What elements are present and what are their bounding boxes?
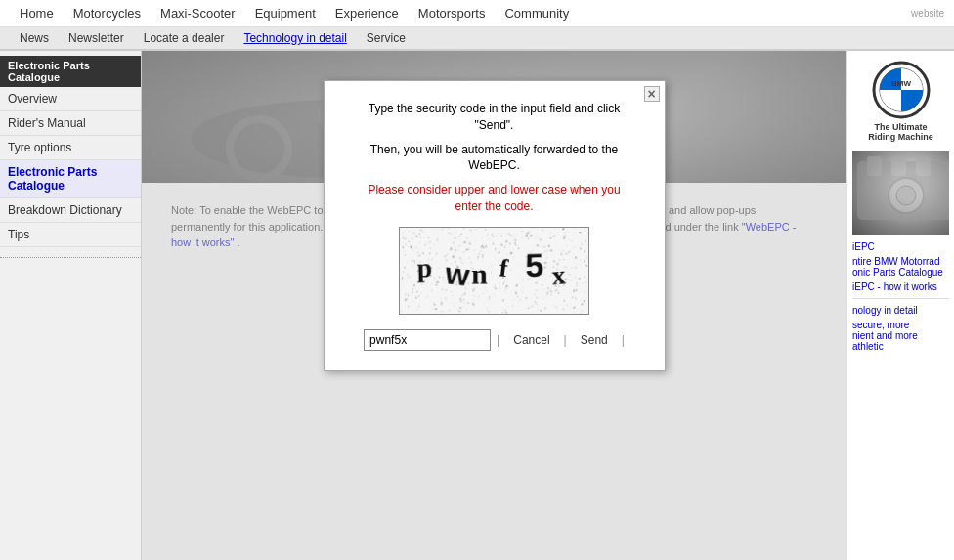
right-link-iepc-howto[interactable]: iEPC - how it works — [852, 280, 949, 294]
sidebar-item-tips[interactable]: Tips — [0, 223, 141, 247]
engine-svg — [852, 151, 949, 235]
security-modal: × Type the security code in the input fi… — [324, 80, 666, 371]
right-link-bmw-motorrad[interactable]: ntire BMW Motorrad onic Parts Catalogue — [852, 254, 949, 280]
captcha-canvas — [400, 228, 588, 314]
nav-home[interactable]: Home — [10, 0, 64, 26]
main-content: × Type the security code in the input fi… — [142, 51, 846, 560]
right-link-nology[interactable]: nology in detail — [852, 303, 949, 318]
bmw-logo: BMW — [872, 61, 931, 119]
nav-maxi-scooter[interactable]: Maxi-Scooter — [151, 0, 245, 26]
captcha-image — [399, 227, 589, 315]
modal-form: pwnf5x | Cancel | Send | — [354, 329, 635, 351]
right-panel: BMW The Ultimate Riding Machine iEPC nt — [846, 51, 954, 560]
modal-instruction2: Then, you will be automatically forwarde… — [354, 142, 635, 175]
sidebar-item-electronic-parts[interactable]: Electronic Parts Catalogue — [0, 160, 141, 198]
right-link-iepc[interactable]: iEPC — [852, 239, 949, 254]
sidebar-item-overview[interactable]: Overview — [0, 87, 141, 111]
modal-instruction1: Type the security code in the input fiel… — [354, 101, 635, 134]
sub-nav-service[interactable]: Service — [357, 27, 415, 49]
svg-point-13 — [896, 186, 916, 205]
top-nav: Home Motorcycles Maxi-Scooter Equipment … — [0, 0, 954, 51]
send-button[interactable]: Send — [573, 330, 616, 350]
svg-text:BMW: BMW — [891, 79, 911, 88]
sub-nav: News Newsletter Locate a dealer Technolo… — [0, 27, 954, 50]
bmw-logo-area: BMW The Ultimate Riding Machine — [852, 56, 949, 147]
nav-motorsports[interactable]: Motorsports — [409, 0, 496, 26]
nav-motorcycles[interactable]: Motorcycles — [64, 0, 151, 26]
sub-nav-technology[interactable]: Technology in detail — [234, 27, 356, 49]
sidebar-item-riders-manual[interactable]: Rider's Manual — [0, 111, 141, 136]
svg-rect-10 — [891, 156, 906, 176]
bmw-logo-placeholder: website — [866, 8, 944, 19]
modal-overlay: × Type the security code in the input fi… — [142, 51, 846, 560]
sidebar-item-breakdown-dictionary[interactable]: Breakdown Dictionary — [0, 198, 141, 223]
main-nav: Home Motorcycles Maxi-Scooter Equipment … — [0, 0, 954, 27]
separator3: | — [622, 333, 625, 347]
sidebar: Electronic Parts Catalogue Overview Ride… — [0, 51, 142, 560]
svg-rect-11 — [916, 156, 931, 176]
svg-rect-9 — [867, 156, 882, 176]
modal-close-button[interactable]: × — [644, 86, 660, 102]
separator2: | — [564, 333, 567, 347]
cancel-button[interactable]: Cancel — [505, 330, 557, 350]
right-hero-image — [852, 151, 949, 235]
page-layout: Electronic Parts Catalogue Overview Ride… — [0, 51, 954, 560]
nav-community[interactable]: Community — [495, 0, 579, 26]
sidebar-divider — [0, 257, 141, 267]
sidebar-item-tyre-options[interactable]: Tyre options — [0, 136, 141, 160]
security-code-input[interactable]: pwnf5x — [364, 329, 491, 351]
right-links: iEPC ntire BMW Motorrad onic Parts Catal… — [852, 235, 949, 359]
bmw-tagline: The Ultimate Riding Machine — [857, 122, 944, 142]
separator1: | — [497, 333, 499, 347]
nav-equipment[interactable]: Equipment — [245, 0, 325, 26]
nav-experience[interactable]: Experience — [325, 0, 409, 26]
sidebar-section-title: Electronic Parts Catalogue — [0, 56, 141, 87]
sub-nav-locate-dealer[interactable]: Locate a dealer — [134, 27, 235, 49]
sub-nav-news[interactable]: News — [10, 27, 59, 49]
right-link-secure[interactable]: secure, more nient and more athletic — [852, 318, 949, 354]
sub-nav-newsletter[interactable]: Newsletter — [59, 27, 134, 49]
modal-warning: Please consider upper and lower case whe… — [354, 182, 635, 215]
